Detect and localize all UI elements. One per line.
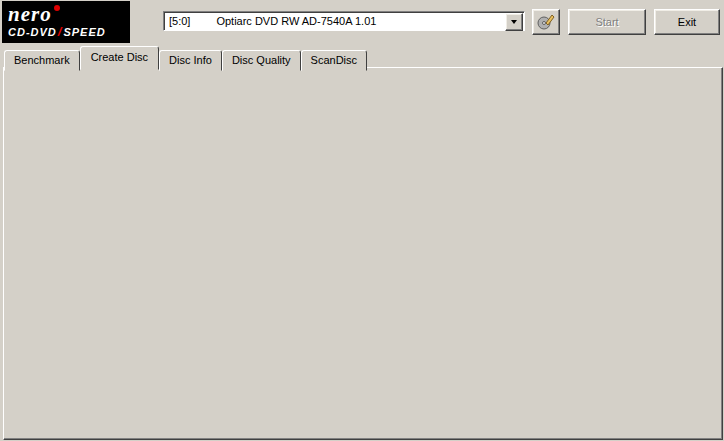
chevron-down-icon [511, 20, 517, 24]
tab-create-disc[interactable]: Create Disc [80, 46, 159, 70]
tab-benchmark[interactable]: Benchmark [4, 50, 80, 71]
nero-logo-tagline: CD-DVD/SPEED [8, 25, 124, 39]
start-button[interactable]: Start [568, 9, 646, 35]
nero-cd-dvd-speed-window: nero CD-DVD/SPEED [5:0]Optiarc DVD RW AD… [0, 0, 724, 441]
red-slash-icon: / [58, 24, 63, 39]
drive-select-combo[interactable]: [5:0]Optiarc DVD RW AD-7540A 1.01 [163, 11, 525, 31]
tab-disc-quality[interactable]: Disc Quality [222, 50, 301, 71]
nero-logo: nero CD-DVD/SPEED [2, 1, 130, 43]
drive-select-dropdown-button[interactable] [505, 13, 523, 31]
drive-select-text: [5:0]Optiarc DVD RW AD-7540A 1.01 [169, 15, 376, 27]
tab-scandisc[interactable]: ScanDisc [301, 50, 367, 71]
write-test-tool-button[interactable] [532, 9, 560, 35]
nero-logo-red-dot-icon [54, 5, 60, 11]
exit-button[interactable]: Exit [654, 9, 720, 35]
create-disc-tab-page [3, 67, 723, 440]
nero-logo-wordmark: nero [8, 3, 124, 25]
tab-disc-info[interactable]: Disc Info [159, 50, 222, 71]
hand-writing-icon [537, 14, 555, 30]
tab-bar: Benchmark Create Disc Disc Info Disc Qua… [4, 46, 367, 70]
